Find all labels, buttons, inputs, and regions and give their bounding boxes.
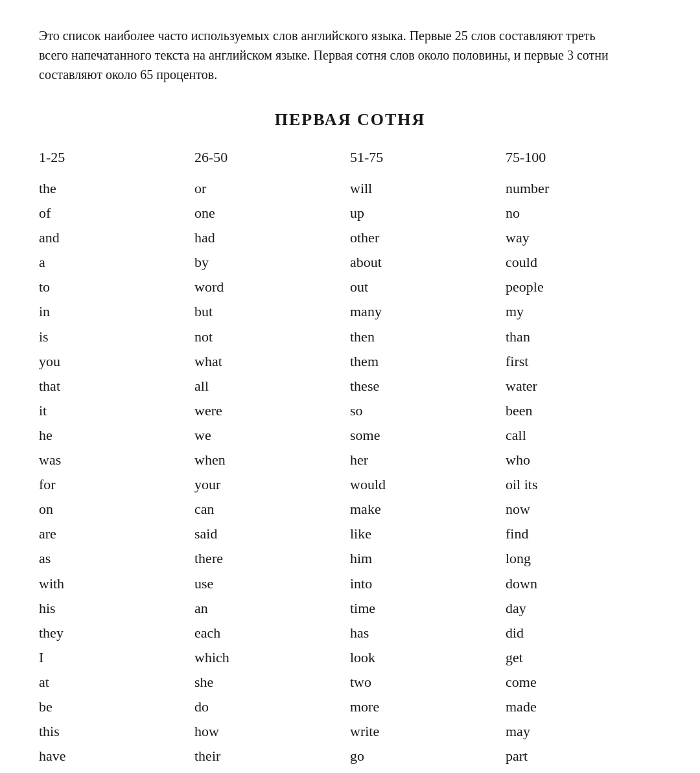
- word-item: he: [39, 423, 194, 448]
- word-item: so: [350, 398, 506, 423]
- word-item: made: [506, 695, 661, 719]
- word-item: may: [506, 719, 661, 744]
- word-item: like: [350, 522, 506, 546]
- word-item: each: [194, 621, 350, 645]
- word-column: numbernowaycouldpeoplemythanfirstwaterbe…: [506, 176, 661, 773]
- word-item: make: [350, 497, 506, 522]
- word-item: oil its: [506, 472, 661, 497]
- word-item: is: [39, 325, 194, 349]
- word-item: been: [506, 398, 661, 423]
- word-item: all: [194, 374, 350, 398]
- word-item: we: [194, 423, 350, 448]
- word-item: look: [350, 645, 506, 670]
- section-title: ПЕРВАЯ СОТНЯ: [39, 110, 661, 130]
- word-item: that: [39, 374, 194, 398]
- word-item: people: [506, 275, 661, 299]
- word-item: on: [39, 497, 194, 522]
- word-item: or: [194, 176, 350, 201]
- word-item: call: [506, 423, 661, 448]
- word-item: said: [194, 522, 350, 546]
- word-item: word: [194, 275, 350, 299]
- word-item: would: [350, 472, 506, 497]
- word-item: there: [194, 546, 350, 571]
- word-item: do: [194, 695, 350, 719]
- word-column: theofandatoinisyouthatithewasforonareasw…: [39, 176, 194, 773]
- word-item: these: [350, 374, 506, 398]
- word-item: him: [350, 546, 506, 571]
- word-item: time: [350, 596, 506, 621]
- word-item: of: [39, 201, 194, 225]
- word-item: an: [194, 596, 350, 621]
- word-item: if: [194, 768, 350, 773]
- word-item: her: [350, 448, 506, 472]
- column-header: 26-50: [194, 149, 350, 176]
- word-item: long: [506, 546, 661, 571]
- word-item: two: [350, 670, 506, 695]
- word-item: find: [506, 522, 661, 546]
- word-item: now: [506, 497, 661, 522]
- word-item: were: [194, 398, 350, 423]
- word-column: oronehadbywordbutnotwhatallwerewewhenyou…: [194, 176, 350, 773]
- word-item: my: [506, 299, 661, 324]
- word-table: 1-2526-5051-7575-100 theofandatoinisyout…: [39, 149, 661, 773]
- word-item: water: [506, 374, 661, 398]
- column-header: 1-25: [39, 149, 194, 176]
- word-item: their: [194, 744, 350, 768]
- word-item: a: [39, 250, 194, 275]
- word-item: one: [194, 201, 350, 225]
- word-item: then: [350, 325, 506, 349]
- word-item: in: [39, 299, 194, 324]
- word-item: I: [39, 645, 194, 670]
- word-item: about: [350, 250, 506, 275]
- word-item: write: [350, 719, 506, 744]
- word-item: day: [506, 596, 661, 621]
- word-item: his: [39, 596, 194, 621]
- word-column: willupotheraboutoutmanythenthemthesesoso…: [350, 176, 506, 773]
- word-item: number: [506, 176, 661, 201]
- word-item: them: [350, 349, 506, 374]
- word-item: by: [194, 250, 350, 275]
- word-item: this: [39, 719, 194, 744]
- word-item: to: [39, 275, 194, 299]
- word-item: which: [194, 645, 350, 670]
- word-item: they: [39, 621, 194, 645]
- word-item: as: [39, 546, 194, 571]
- word-item: who: [506, 448, 661, 472]
- word-item: not: [194, 325, 350, 349]
- word-item: what: [194, 349, 350, 374]
- word-item: she: [194, 670, 350, 695]
- column-header: 51-75: [350, 149, 506, 176]
- word-item: way: [506, 225, 661, 250]
- word-item: more: [350, 695, 506, 719]
- word-item: has: [350, 621, 506, 645]
- word-item: part: [506, 744, 661, 768]
- word-item: from: [39, 768, 194, 773]
- word-item: could: [506, 250, 661, 275]
- word-item: down: [506, 571, 661, 596]
- word-item: and: [39, 225, 194, 250]
- word-item: did: [506, 621, 661, 645]
- word-item: first: [506, 349, 661, 374]
- word-item: into: [350, 571, 506, 596]
- word-item: [506, 768, 661, 771]
- word-item: for: [39, 472, 194, 497]
- word-item: use: [194, 571, 350, 596]
- word-item: get: [506, 645, 661, 670]
- word-item: was: [39, 448, 194, 472]
- column-header: 75-100: [506, 149, 661, 176]
- word-item: will: [350, 176, 506, 201]
- word-item: no: [506, 201, 661, 225]
- word-item: many: [350, 299, 506, 324]
- word-item: go: [350, 744, 506, 768]
- word-item: it: [39, 398, 194, 423]
- word-item: had: [194, 225, 350, 250]
- word-item: up: [350, 201, 506, 225]
- intro-paragraph: Это список наиболее часто используемых с…: [39, 26, 622, 84]
- word-item: when: [194, 448, 350, 472]
- word-item: the: [39, 176, 194, 201]
- word-item: with: [39, 571, 194, 596]
- word-item: some: [350, 423, 506, 448]
- word-item: than: [506, 325, 661, 349]
- word-item: come: [506, 670, 661, 695]
- word-item: you: [39, 349, 194, 374]
